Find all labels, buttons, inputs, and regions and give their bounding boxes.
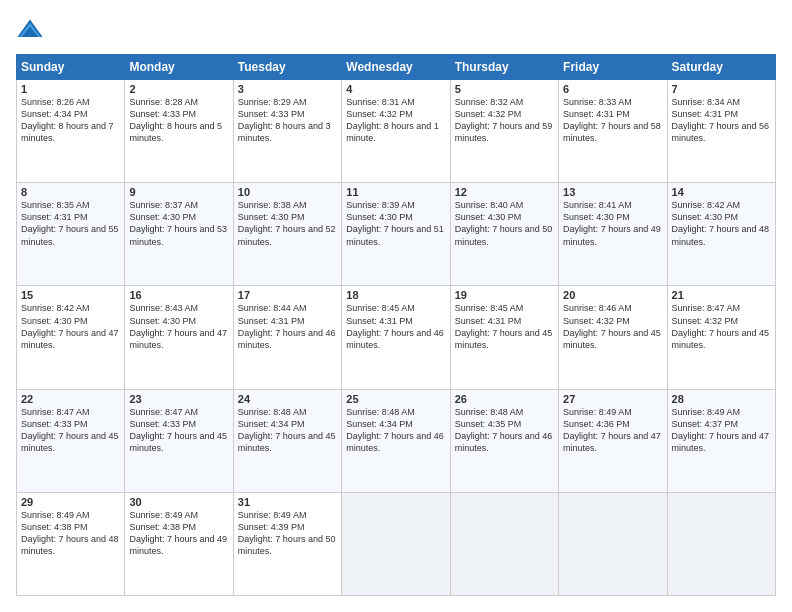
cell-info: Sunrise: 8:48 AMSunset: 4:34 PMDaylight:… [238,407,336,453]
day-number: 30 [129,496,228,508]
calendar-table: SundayMondayTuesdayWednesdayThursdayFrid… [16,54,776,596]
cell-info: Sunrise: 8:49 AMSunset: 4:39 PMDaylight:… [238,510,336,556]
calendar-week-2: 8 Sunrise: 8:35 AMSunset: 4:31 PMDayligh… [17,183,776,286]
calendar-cell: 20 Sunrise: 8:46 AMSunset: 4:32 PMDaylig… [559,286,667,389]
cell-info: Sunrise: 8:49 AMSunset: 4:38 PMDaylight:… [21,510,119,556]
calendar-cell: 23 Sunrise: 8:47 AMSunset: 4:33 PMDaylig… [125,389,233,492]
cell-info: Sunrise: 8:42 AMSunset: 4:30 PMDaylight:… [21,303,119,349]
calendar-header-tuesday: Tuesday [233,55,341,80]
calendar-week-3: 15 Sunrise: 8:42 AMSunset: 4:30 PMDaylig… [17,286,776,389]
cell-info: Sunrise: 8:45 AMSunset: 4:31 PMDaylight:… [455,303,553,349]
calendar-cell: 16 Sunrise: 8:43 AMSunset: 4:30 PMDaylig… [125,286,233,389]
day-number: 13 [563,186,662,198]
cell-info: Sunrise: 8:47 AMSunset: 4:32 PMDaylight:… [672,303,770,349]
day-number: 8 [21,186,120,198]
calendar-cell: 13 Sunrise: 8:41 AMSunset: 4:30 PMDaylig… [559,183,667,286]
day-number: 11 [346,186,445,198]
calendar-header-row: SundayMondayTuesdayWednesdayThursdayFrid… [17,55,776,80]
calendar-cell: 5 Sunrise: 8:32 AMSunset: 4:32 PMDayligh… [450,80,558,183]
calendar-header-sunday: Sunday [17,55,125,80]
calendar-cell: 14 Sunrise: 8:42 AMSunset: 4:30 PMDaylig… [667,183,775,286]
day-number: 14 [672,186,771,198]
calendar-week-5: 29 Sunrise: 8:49 AMSunset: 4:38 PMDaylig… [17,492,776,595]
calendar-cell: 8 Sunrise: 8:35 AMSunset: 4:31 PMDayligh… [17,183,125,286]
cell-info: Sunrise: 8:33 AMSunset: 4:31 PMDaylight:… [563,97,661,143]
cell-info: Sunrise: 8:44 AMSunset: 4:31 PMDaylight:… [238,303,336,349]
calendar-header-thursday: Thursday [450,55,558,80]
day-number: 18 [346,289,445,301]
calendar-cell: 7 Sunrise: 8:34 AMSunset: 4:31 PMDayligh… [667,80,775,183]
header [16,16,776,44]
day-number: 29 [21,496,120,508]
day-number: 26 [455,393,554,405]
cell-info: Sunrise: 8:32 AMSunset: 4:32 PMDaylight:… [455,97,553,143]
cell-info: Sunrise: 8:49 AMSunset: 4:37 PMDaylight:… [672,407,770,453]
calendar-cell: 24 Sunrise: 8:48 AMSunset: 4:34 PMDaylig… [233,389,341,492]
cell-info: Sunrise: 8:46 AMSunset: 4:32 PMDaylight:… [563,303,661,349]
calendar-cell [450,492,558,595]
day-number: 9 [129,186,228,198]
day-number: 17 [238,289,337,301]
calendar-cell: 31 Sunrise: 8:49 AMSunset: 4:39 PMDaylig… [233,492,341,595]
cell-info: Sunrise: 8:40 AMSunset: 4:30 PMDaylight:… [455,200,553,246]
day-number: 12 [455,186,554,198]
cell-info: Sunrise: 8:49 AMSunset: 4:36 PMDaylight:… [563,407,661,453]
cell-info: Sunrise: 8:47 AMSunset: 4:33 PMDaylight:… [21,407,119,453]
calendar-cell: 19 Sunrise: 8:45 AMSunset: 4:31 PMDaylig… [450,286,558,389]
day-number: 22 [21,393,120,405]
cell-info: Sunrise: 8:38 AMSunset: 4:30 PMDaylight:… [238,200,336,246]
calendar-cell: 12 Sunrise: 8:40 AMSunset: 4:30 PMDaylig… [450,183,558,286]
day-number: 5 [455,83,554,95]
day-number: 10 [238,186,337,198]
calendar-cell: 21 Sunrise: 8:47 AMSunset: 4:32 PMDaylig… [667,286,775,389]
calendar-cell: 17 Sunrise: 8:44 AMSunset: 4:31 PMDaylig… [233,286,341,389]
cell-info: Sunrise: 8:43 AMSunset: 4:30 PMDaylight:… [129,303,227,349]
calendar-cell [559,492,667,595]
day-number: 7 [672,83,771,95]
day-number: 24 [238,393,337,405]
calendar-cell [342,492,450,595]
cell-info: Sunrise: 8:49 AMSunset: 4:38 PMDaylight:… [129,510,227,556]
calendar-cell: 29 Sunrise: 8:49 AMSunset: 4:38 PMDaylig… [17,492,125,595]
cell-info: Sunrise: 8:41 AMSunset: 4:30 PMDaylight:… [563,200,661,246]
cell-info: Sunrise: 8:42 AMSunset: 4:30 PMDaylight:… [672,200,770,246]
day-number: 15 [21,289,120,301]
day-number: 16 [129,289,228,301]
calendar-cell [667,492,775,595]
cell-info: Sunrise: 8:47 AMSunset: 4:33 PMDaylight:… [129,407,227,453]
calendar-cell: 9 Sunrise: 8:37 AMSunset: 4:30 PMDayligh… [125,183,233,286]
cell-info: Sunrise: 8:48 AMSunset: 4:35 PMDaylight:… [455,407,553,453]
calendar-cell: 30 Sunrise: 8:49 AMSunset: 4:38 PMDaylig… [125,492,233,595]
day-number: 3 [238,83,337,95]
calendar-cell: 22 Sunrise: 8:47 AMSunset: 4:33 PMDaylig… [17,389,125,492]
calendar-cell: 18 Sunrise: 8:45 AMSunset: 4:31 PMDaylig… [342,286,450,389]
calendar-cell: 10 Sunrise: 8:38 AMSunset: 4:30 PMDaylig… [233,183,341,286]
cell-info: Sunrise: 8:48 AMSunset: 4:34 PMDaylight:… [346,407,444,453]
calendar-cell: 28 Sunrise: 8:49 AMSunset: 4:37 PMDaylig… [667,389,775,492]
day-number: 2 [129,83,228,95]
calendar-header-saturday: Saturday [667,55,775,80]
calendar-cell: 2 Sunrise: 8:28 AMSunset: 4:33 PMDayligh… [125,80,233,183]
day-number: 27 [563,393,662,405]
cell-info: Sunrise: 8:39 AMSunset: 4:30 PMDaylight:… [346,200,444,246]
day-number: 23 [129,393,228,405]
cell-info: Sunrise: 8:31 AMSunset: 4:32 PMDaylight:… [346,97,439,143]
cell-info: Sunrise: 8:45 AMSunset: 4:31 PMDaylight:… [346,303,444,349]
day-number: 4 [346,83,445,95]
day-number: 6 [563,83,662,95]
day-number: 19 [455,289,554,301]
calendar-cell: 11 Sunrise: 8:39 AMSunset: 4:30 PMDaylig… [342,183,450,286]
day-number: 1 [21,83,120,95]
cell-info: Sunrise: 8:29 AMSunset: 4:33 PMDaylight:… [238,97,331,143]
calendar-cell: 25 Sunrise: 8:48 AMSunset: 4:34 PMDaylig… [342,389,450,492]
calendar-header-wednesday: Wednesday [342,55,450,80]
calendar-cell: 4 Sunrise: 8:31 AMSunset: 4:32 PMDayligh… [342,80,450,183]
logo-icon [16,16,44,44]
cell-info: Sunrise: 8:37 AMSunset: 4:30 PMDaylight:… [129,200,227,246]
cell-info: Sunrise: 8:26 AMSunset: 4:34 PMDaylight:… [21,97,114,143]
calendar-cell: 6 Sunrise: 8:33 AMSunset: 4:31 PMDayligh… [559,80,667,183]
day-number: 21 [672,289,771,301]
logo [16,16,48,44]
day-number: 25 [346,393,445,405]
calendar-week-4: 22 Sunrise: 8:47 AMSunset: 4:33 PMDaylig… [17,389,776,492]
